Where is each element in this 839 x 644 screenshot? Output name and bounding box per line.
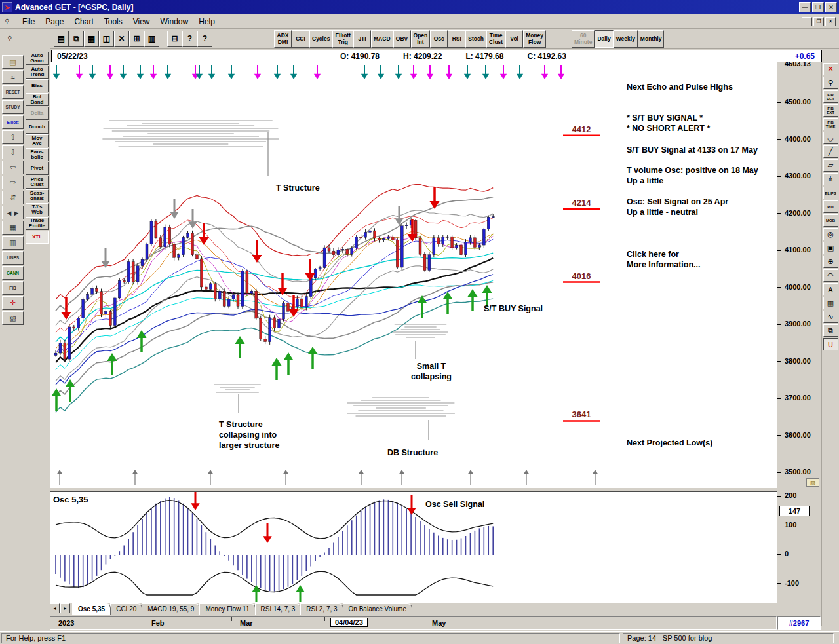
scroll-left-icon[interactable]: ⇦: [2, 161, 24, 174]
layers-icon[interactable]: ⧉: [823, 324, 838, 337]
timeframe-60-minute[interactable]: 60 Minute: [572, 30, 595, 48]
menu-help[interactable]: Help: [193, 15, 220, 28]
scroll-up-icon[interactable]: ⇧: [2, 130, 24, 144]
chart-page-icon[interactable]: ▤: [2, 55, 24, 69]
restore-button[interactable]: ❐: [812, 2, 824, 12]
fib-extension-button[interactable]: FIB EXT: [823, 104, 838, 117]
auto-channel-icon[interactable]: ≈: [2, 70, 24, 84]
fib-time-button[interactable]: FIB TIME: [823, 118, 838, 130]
menu-view[interactable]: View: [128, 15, 155, 28]
indicator-open-int[interactable]: Open Int: [411, 30, 431, 48]
study-button[interactable]: STUDY: [2, 100, 24, 114]
oscillator-panel[interactable]: Osc 5,35 Osc Sell Signal: [50, 491, 777, 603]
indicator-cycles[interactable]: Cycles: [309, 30, 332, 48]
tool-mov-ave[interactable]: Mov Ave: [26, 134, 49, 147]
indicator-elliott-trig[interactable]: Elliott Trig: [332, 30, 353, 48]
indicator-vol[interactable]: Vol: [505, 30, 523, 48]
circle-tool-icon[interactable]: ◎: [823, 228, 838, 240]
toolbar-pin-icon[interactable]: ⚲: [5, 32, 14, 44]
tab-cci-20[interactable]: CCI 20: [110, 603, 142, 615]
menubar-pin-icon[interactable]: ⚲: [3, 16, 12, 28]
indicator-rsi[interactable]: RSI: [448, 30, 465, 48]
indicator-macd[interactable]: MACD: [371, 30, 393, 48]
print-icon[interactable]: ⊟: [167, 31, 182, 47]
child-restore-button[interactable]: ❐: [813, 17, 824, 26]
timeframe-weekly[interactable]: Weekly: [614, 30, 638, 48]
fib-button[interactable]: FIB: [2, 281, 24, 295]
tab-scroll-left-button[interactable]: ◄: [50, 603, 60, 613]
context-help-icon[interactable]: ?: [197, 31, 212, 47]
tool-auto-trend[interactable]: Auto Trend: [26, 66, 49, 79]
magnet-icon[interactable]: ◡: [823, 132, 838, 144]
grid-tool-icon[interactable]: ▦: [823, 297, 838, 309]
copy-page-icon[interactable]: ⧉: [69, 31, 84, 47]
tool-bias[interactable]: Bias: [26, 79, 49, 92]
close-chart-icon[interactable]: ✕: [823, 63, 838, 75]
crosshair-icon[interactable]: ✛: [2, 296, 24, 310]
pti-button[interactable]: PTI: [823, 200, 838, 213]
timeframe-monthly[interactable]: Monthly: [638, 30, 665, 48]
indicator-stoch[interactable]: Stoch: [465, 30, 486, 48]
indicator-adx-dmi[interactable]: ADX DMI: [274, 30, 292, 48]
update-button[interactable]: U: [823, 338, 838, 350]
tab-money-flow-11[interactable]: Money Flow 11: [199, 603, 255, 615]
pitchfork-icon[interactable]: ⋔: [823, 173, 838, 185]
arc-tool-icon[interactable]: ◠: [823, 269, 838, 282]
indicator-obv[interactable]: OBV: [393, 30, 411, 48]
child-close-button[interactable]: ✕: [825, 17, 836, 26]
tool-pivot[interactable]: Pivot: [26, 162, 49, 175]
trendline-icon[interactable]: ╱: [823, 145, 838, 158]
annotation[interactable]: Click here for More Information...: [627, 249, 701, 270]
tool-bol-band[interactable]: Bol Band: [26, 93, 49, 106]
tool-seas-onals[interactable]: Seas- onals: [26, 189, 49, 202]
wave-tool-icon[interactable]: ∿: [823, 311, 838, 323]
indicator-jti[interactable]: JTI: [353, 30, 371, 48]
tab-macd-19-55-9[interactable]: MACD 19, 55, 9: [142, 603, 200, 615]
indicator-osc[interactable]: Osc: [430, 30, 448, 48]
menu-page[interactable]: Page: [40, 15, 69, 28]
seasonal-icon[interactable]: ◄►: [2, 206, 24, 219]
help-icon[interactable]: ?: [182, 31, 197, 47]
layout-page-icon[interactable]: ▥: [144, 31, 159, 47]
scroll-right-icon[interactable]: ⇨: [2, 176, 24, 189]
oscillator-canvas[interactable]: [50, 492, 777, 603]
grid-page-icon[interactable]: ⊞: [129, 31, 144, 47]
elliott-button[interactable]: Elliott: [2, 115, 24, 129]
new-page-icon[interactable]: ▤: [54, 31, 69, 47]
menu-chart[interactable]: Chart: [69, 15, 98, 28]
timeframe-daily[interactable]: Daily: [595, 30, 613, 48]
price-cluster-icon[interactable]: ⇵: [2, 191, 24, 204]
tool-tj-s-web[interactable]: TJ's Web: [26, 203, 49, 216]
channel-icon[interactable]: ▱: [823, 159, 838, 172]
tab-scroll-right-button[interactable]: ►: [60, 603, 70, 613]
fib-retracement-button[interactable]: FIB RET: [823, 90, 838, 103]
tab-rsi-2-7-3[interactable]: RSI 2, 7, 3: [300, 603, 343, 615]
minimize-button[interactable]: —: [799, 2, 811, 12]
tile-pages-icon[interactable]: ◫: [99, 31, 114, 47]
box-tool-icon[interactable]: ▣: [823, 242, 838, 254]
chart-area[interactable]: 4412421440163641 Next Echo and Pulse Hig…: [50, 62, 777, 488]
tab-osc-5-35[interactable]: Osc 5,35: [72, 603, 111, 615]
tool-auto-gann[interactable]: Auto Gann: [26, 52, 49, 65]
zoom-in-icon[interactable]: ⊕: [823, 256, 838, 268]
mob-button[interactable]: MOB: [823, 214, 838, 227]
lines-button[interactable]: LINES: [2, 251, 24, 265]
chart-thumbnail-icon[interactable]: ▨: [806, 478, 819, 487]
title-bar[interactable]: ➤ Advanced GET - [^GSPC, Daily] —❐✕: [0, 0, 839, 14]
tool-para-bolic[interactable]: Para- bolic: [26, 148, 49, 161]
pin-chart-icon[interactable]: ⚲: [823, 77, 838, 89]
indicator-time-clust[interactable]: Time Clust: [486, 30, 505, 48]
tab-rsi-14-7-3[interactable]: RSI 14, 7, 3: [255, 603, 302, 615]
trade-profile-icon[interactable]: ▥: [2, 236, 24, 250]
tool-delta[interactable]: Delta: [26, 107, 49, 120]
tool-trade-profile[interactable]: Trade Profile: [26, 217, 49, 230]
scroll-down-icon[interactable]: ⇩: [2, 145, 24, 159]
tool-price-clust[interactable]: Price Clust: [26, 176, 49, 189]
chart-window-icon[interactable]: ▦: [84, 31, 99, 47]
menu-window[interactable]: Window: [155, 15, 194, 28]
indicator-money-flow[interactable]: Money Flow: [523, 30, 546, 48]
new-chart-icon[interactable]: ▧: [2, 311, 24, 325]
gann-button[interactable]: GANN: [2, 266, 24, 280]
tjs-web-icon[interactable]: ▦: [2, 221, 24, 235]
menu-tools[interactable]: Tools: [99, 15, 128, 28]
